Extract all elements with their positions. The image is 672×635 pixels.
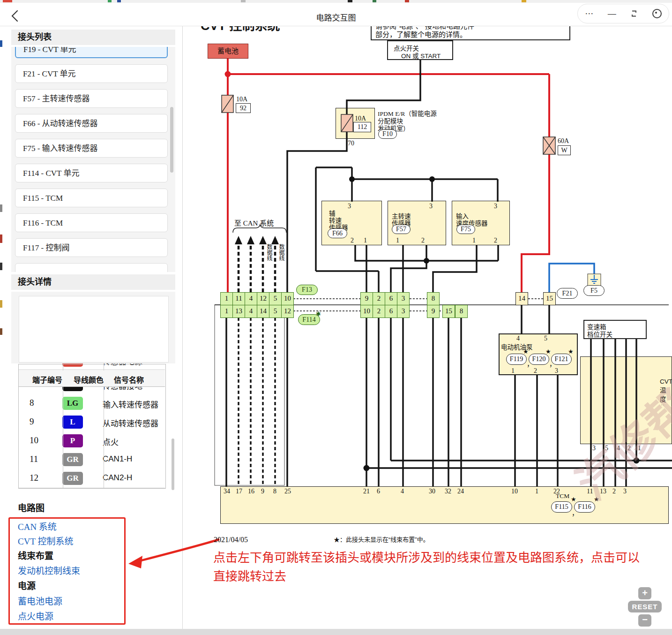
pin-label: 17 [236,488,242,495]
zoom-out-button[interactable]: − [638,614,651,627]
connector-cell[interactable]: 5 [269,305,282,318]
pin-label: 3 [555,367,558,375]
annotation-line1: 点击左下角可跳转至该插头或模块所涉及到的线束位置及电路图系统，点击可以 [213,548,640,565]
connector-cell[interactable]: 1 [220,305,233,318]
fuse-id-label: W [558,145,571,155]
pin-label: 3 [348,203,351,210]
pin-label: 10A [236,96,247,103]
cvt-temp-label: CVT温度传感器 [660,377,672,405]
pin-label: 3 [623,488,627,495]
connector-cell[interactable]: 6 [385,305,397,318]
pin-label: 8 [273,488,276,495]
connector-cell[interactable]: 14 [515,292,528,305]
zoom-in-button[interactable]: + [638,587,651,599]
connector-ref-f116[interactable]: F116 [574,501,595,513]
page-title: 电路交互图 [0,11,672,23]
edge-speck [348,0,352,2]
pin-label: 60A [558,137,569,145]
connector-ref-f75[interactable]: F75 [456,225,475,234]
connector-ref-f115[interactable]: F115 [551,501,572,513]
connector-ref-f121[interactable]: F121 [551,354,572,365]
pin-label: 1 [638,445,641,452]
connector-ref-f10[interactable]: F10 [378,129,397,139]
data-line-label-1: 数据线 [265,244,273,261]
connector-cell[interactable]: 9 [427,305,440,318]
star-mark: ★ [523,348,529,355]
connector-cell[interactable]: 12 [257,292,269,305]
ground-symbol [588,274,601,286]
connector-cell[interactable]: 5 [269,292,282,305]
connector-cell[interactable]: 6 [385,292,397,305]
edge-speck [373,0,376,2]
connector-ref-f66[interactable]: F66 [328,228,347,238]
star-mark: ★ [568,348,574,355]
connector-cell[interactable]: 14 [257,305,269,318]
connector-ref-f119[interactable]: F119 [506,354,527,365]
connector-cell[interactable]: 4 [245,292,257,305]
pin-label: 1 [535,488,538,495]
pin-label: 10A [355,115,366,122]
cvt-temp-line: CVT [660,377,672,386]
connector-ref-f5[interactable]: F5 [583,285,605,296]
pin-label: 4 [516,335,520,342]
edge-speck [0,204,2,212]
pin-label: 1 [396,237,399,244]
pin-label: 9 [261,488,264,495]
connector-cell[interactable]: 8 [455,305,468,318]
pin-label: 10 [511,488,518,495]
edge-speck [3,0,12,2]
connector-cell[interactable]: 12 [281,305,294,318]
connector-cell[interactable]: 9 [360,292,373,305]
connector-cell[interactable]: 2 [373,305,385,318]
pin-label: 34 [224,488,230,495]
edge-speck [0,300,2,308]
fuse-id-label: 92 [236,103,251,113]
pin-label: 2 [534,367,537,375]
pin-label: 70 [348,140,354,147]
pin-label: 32 [445,488,451,495]
top-bar: 电路交互图 [0,3,672,26]
zoom-reset-button[interactable]: RESET [628,601,662,612]
pin-label: 3 [494,203,497,210]
cvt-temp-line: 温度 [660,386,672,404]
connector-cell[interactable]: 2 [373,292,385,305]
more-dots-icon[interactable]: ⋯ [585,9,593,18]
pin-label: 2 [351,237,354,244]
restore-icon[interactable] [630,10,638,17]
connector-cell[interactable]: 1 [220,292,233,305]
connector-cell[interactable]: 8 [427,292,440,305]
connector-cell[interactable]: 15 [442,305,455,318]
edge-speck [0,328,2,335]
pin-label: 2 [421,237,425,244]
edge-speck [0,40,2,47]
connector-ref-f120[interactable]: F120 [529,354,549,365]
connector-cell[interactable]: 15 [543,292,556,305]
annotation-line2: 直接跳转过去 [213,567,286,584]
connector-cell[interactable]: 10 [360,305,373,318]
star-mark: ★ [545,348,551,355]
edge-speck [0,263,2,270]
connector-cell[interactable]: 3 [397,305,410,318]
pin-label: 4 [617,445,620,452]
pin-label: 25 [284,488,291,495]
edge-speck [0,234,2,243]
connector-cell[interactable]: 10 [281,292,294,305]
connector-cell[interactable]: 3 [397,292,410,305]
pin-label: 1 [364,237,367,244]
connector-cell[interactable]: 11 [232,292,245,305]
window-capsule: ⋯ — [577,4,669,23]
record-icon[interactable] [652,9,662,18]
minimize-icon[interactable]: — [608,9,616,18]
edge-speck [405,0,409,2]
connector-ref-f21[interactable]: F21 [557,288,578,299]
star-mark: ✱ [316,310,321,318]
connector-ref-f13[interactable]: F13 [296,285,318,295]
pin-label: 13 [600,488,606,495]
pin-label: 2 [612,488,616,495]
connector-cell[interactable]: 4 [245,305,257,318]
pin-label: 21 [363,488,370,495]
edge-speck [241,0,246,2]
connector-cell[interactable]: 13 [232,305,245,318]
connector-ref-f57[interactable]: F57 [392,225,411,234]
diagram-date: 2021/04/05 [214,536,248,544]
